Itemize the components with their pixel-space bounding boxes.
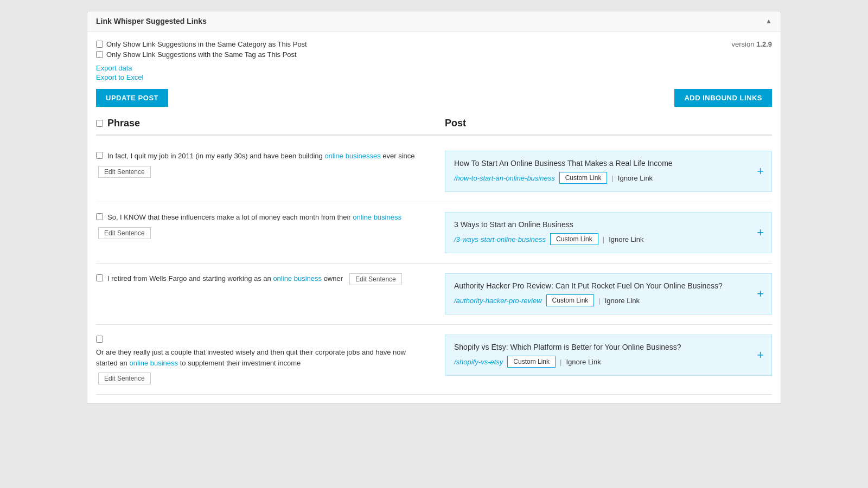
phrase-text-part: ever since [381, 152, 415, 160]
suggestion-row: In fact, I quit my job in 2011 (in my ea… [96, 141, 772, 202]
phrase-text-part: to supplement their investment income [178, 359, 301, 367]
post-actions-2: /authority-hacker-pro-review Custom Link… [454, 294, 763, 306]
phrase-col-1: So, I KNOW that these influencers make a… [96, 212, 434, 239]
widget-title: Link Whisper Suggested Links [96, 17, 207, 25]
edit-sentence-button-0[interactable]: Edit Sentence [98, 166, 151, 178]
post-card-3: Shopify vs Etsy: Which Platform is Bette… [445, 335, 772, 376]
edit-sentence-button-3[interactable]: Edit Sentence [98, 373, 151, 384]
post-title-1: 3 Ways to Start an Online Business [454, 220, 763, 229]
post-url-1[interactable]: /3-ways-start-online-business [454, 235, 546, 243]
phrase-text-2: I retired from Wells Fargo and starting … [107, 273, 343, 284]
post-col-2: Authority Hacker Pro Review: Can It Put … [434, 273, 772, 314]
post-url-2[interactable]: /authority-hacker-pro-review [454, 297, 542, 305]
phrase-text-0: In fact, I quit my job in 2011 (in my ea… [107, 151, 415, 162]
post-card-2: Authority Hacker Pro Review: Can It Put … [445, 273, 772, 314]
widget-header: Link Whisper Suggested Links ▲ [87, 11, 781, 31]
plus-button-2[interactable]: + [757, 288, 764, 300]
phrase-checkbox-0[interactable] [96, 152, 103, 159]
option-same-tag-label: Only Show Link Suggestions with the Same… [106, 50, 297, 59]
post-title-2: Authority Hacker Pro Review: Can It Put … [454, 281, 763, 290]
phrase-text-3: Or are they really just a couple that in… [96, 347, 423, 368]
edit-sentence-button-2[interactable]: Edit Sentence [349, 273, 402, 285]
toolbar-row: UPDATE POST ADD INBOUND LINKS [96, 89, 772, 107]
table-header-phrase: Phrase [96, 118, 434, 129]
post-actions-0: /how-to-start-an-online-business Custom … [454, 172, 763, 184]
plus-button-1[interactable]: + [757, 227, 764, 239]
option-same-category[interactable]: Only Show Link Suggestions in the Same C… [96, 40, 307, 48]
version-text: version 1.2.9 [732, 40, 772, 48]
update-post-button[interactable]: UPDATE POST [96, 89, 168, 107]
export-links: Export data Export to Excel [96, 64, 772, 81]
widget-toggle[interactable]: ▲ [765, 17, 772, 25]
post-actions-1: /3-ways-start-online-business Custom Lin… [454, 233, 763, 245]
phrase-text-1: So, I KNOW that these influencers make a… [107, 212, 401, 223]
custom-link-button-2[interactable]: Custom Link [546, 294, 595, 306]
post-card-1: 3 Ways to Start an Online Business /3-wa… [445, 212, 772, 253]
separator-0: | [611, 174, 613, 182]
suggestions-container: In fact, I quit my job in 2011 (in my ea… [96, 141, 772, 395]
link-whisper-widget: Link Whisper Suggested Links ▲ Only Show… [87, 11, 781, 404]
widget-body: Only Show Link Suggestions in the Same C… [87, 31, 781, 403]
table-header-post: Post [434, 118, 772, 129]
checkbox-same-category[interactable] [96, 41, 103, 48]
phrase-checkbox-3[interactable] [96, 336, 103, 343]
custom-link-button-1[interactable]: Custom Link [550, 233, 598, 245]
export-data-link[interactable]: Export data [96, 64, 772, 72]
table-header: Phrase Post [96, 118, 772, 136]
suggestion-row: I retired from Wells Fargo and starting … [96, 264, 772, 325]
post-title-3: Shopify vs Etsy: Which Platform is Bette… [454, 343, 763, 351]
ignore-link-button-3[interactable]: Ignore Link [566, 358, 601, 366]
post-url-0[interactable]: /how-to-start-an-online-business [454, 174, 555, 182]
custom-link-button-3[interactable]: Custom Link [507, 356, 556, 368]
phrase-checkbox-1[interactable] [96, 213, 103, 220]
phrase-link[interactable]: online business [129, 359, 178, 367]
post-actions-3: /shopify-vs-etsy Custom Link | Ignore Li… [454, 356, 763, 368]
option-same-category-label: Only Show Link Suggestions in the Same C… [106, 40, 307, 48]
post-col-3: Shopify vs Etsy: Which Platform is Bette… [434, 335, 772, 376]
top-options-section: Only Show Link Suggestions in the Same C… [96, 40, 772, 64]
version-number: 1.2.9 [756, 40, 772, 48]
phrase-col-0: In fact, I quit my job in 2011 (in my ea… [96, 151, 434, 178]
add-inbound-button[interactable]: ADD INBOUND LINKS [674, 89, 772, 107]
phrase-text-part: So, I KNOW that these influencers make a… [107, 213, 353, 221]
post-title-0: How To Start An Online Business That Mak… [454, 159, 763, 168]
phrase-col-3: Or are they really just a couple that in… [96, 335, 434, 384]
plus-button-3[interactable]: + [757, 349, 764, 361]
phrase-link[interactable]: online business [353, 213, 401, 221]
header-checkbox[interactable] [96, 120, 103, 127]
ignore-link-button-1[interactable]: Ignore Link [609, 235, 643, 243]
suggestion-row: Or are they really just a couple that in… [96, 325, 772, 395]
phrase-text-part: I retired from Wells Fargo and starting … [107, 274, 273, 282]
plus-button-0[interactable]: + [757, 165, 764, 177]
post-col-0: How To Start An Online Business That Mak… [434, 151, 772, 192]
ignore-link-button-2[interactable]: Ignore Link [605, 297, 640, 305]
post-url-3[interactable]: /shopify-vs-etsy [454, 358, 503, 366]
edit-sentence-button-1[interactable]: Edit Sentence [98, 227, 151, 239]
phrase-checkbox-2[interactable] [96, 274, 103, 281]
separator-3: | [560, 358, 561, 366]
separator-2: | [598, 297, 600, 305]
suggestion-row: So, I KNOW that these influencers make a… [96, 202, 772, 264]
phrase-text-part: In fact, I quit my job in 2011 (in my ea… [107, 152, 324, 160]
custom-link-button-0[interactable]: Custom Link [559, 172, 608, 184]
post-col-1: 3 Ways to Start an Online Business /3-wa… [434, 212, 772, 253]
checkbox-same-tag[interactable] [96, 51, 103, 58]
phrase-col-2: I retired from Wells Fargo and starting … [96, 273, 434, 285]
separator-1: | [603, 235, 604, 243]
options-row: Only Show Link Suggestions in the Same C… [96, 40, 307, 59]
ignore-link-button-0[interactable]: Ignore Link [618, 174, 653, 182]
export-excel-link[interactable]: Export to Excel [96, 73, 772, 81]
phrase-text-part: owner [322, 274, 343, 282]
option-same-tag[interactable]: Only Show Link Suggestions with the Same… [96, 50, 307, 59]
post-card-0: How To Start An Online Business That Mak… [445, 151, 772, 192]
phrase-link[interactable]: online businesses [324, 152, 380, 160]
phrase-link[interactable]: online business [273, 274, 322, 282]
